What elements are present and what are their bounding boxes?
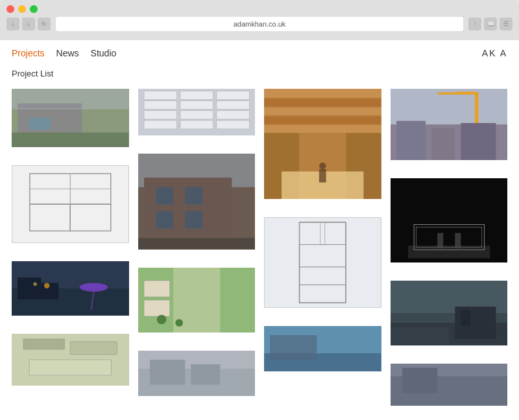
project-item[interactable] [138, 351, 256, 396]
page-header: Project List [0, 66, 519, 89]
svg-rect-40 [156, 187, 173, 205]
svg-rect-26 [180, 91, 213, 100]
svg-rect-65 [319, 169, 326, 182]
site-nav: Projects News Studio AK A [0, 40, 519, 66]
house-image-svg [12, 89, 129, 147]
streetscape-svg [138, 351, 256, 396]
svg-rect-31 [144, 111, 177, 119]
project-item[interactable] [391, 281, 508, 345]
nav-buttons: ‹ › ↻ [6, 18, 51, 30]
aerial-svg [12, 334, 129, 386]
floorplan2-svg [265, 218, 381, 307]
project-item[interactable] [264, 89, 381, 199]
svg-rect-47 [144, 281, 170, 297]
address-bar[interactable]: adamkhan.co.uk [56, 17, 463, 31]
close-button[interactable] [6, 5, 14, 13]
svg-rect-84 [461, 123, 496, 160]
construction-svg [391, 89, 508, 160]
svg-rect-22 [70, 342, 117, 355]
bookmarks-button[interactable]: 📖 [484, 18, 497, 30]
project-image [391, 178, 508, 262]
project-image [12, 89, 129, 147]
project-image [138, 268, 256, 332]
svg-rect-5 [12, 133, 129, 148]
project-image [391, 281, 508, 345]
svg-rect-27 [216, 91, 249, 100]
project-image [12, 334, 129, 386]
svg-rect-97 [391, 327, 449, 345]
svg-rect-59 [264, 117, 381, 124]
svg-rect-60 [264, 125, 381, 133]
sidebar-button[interactable]: ☰ [500, 18, 513, 30]
page-content: Projects News Studio AK A Project List [0, 40, 519, 420]
back-button[interactable]: ‹ [6, 18, 19, 30]
svg-rect-75 [270, 335, 317, 360]
svg-rect-23 [29, 360, 111, 375]
minimize-button[interactable] [18, 5, 26, 13]
svg-rect-21 [23, 339, 64, 349]
project-item[interactable] [12, 334, 129, 386]
forward-button[interactable]: › [22, 18, 35, 30]
project-image [391, 89, 508, 160]
project-item[interactable] [138, 89, 256, 135]
svg-rect-91 [408, 246, 490, 259]
browser-toolbar: ‹ › ↻ adamkhan.co.uk ↑ 📖 ☰ [6, 17, 513, 31]
svg-rect-82 [396, 121, 426, 161]
projects-grid [0, 89, 519, 420]
svg-rect-32 [180, 111, 213, 119]
svg-point-18 [44, 283, 49, 288]
svg-point-19 [33, 282, 37, 286]
project-item[interactable] [391, 364, 508, 406]
project-image [264, 326, 381, 371]
svg-rect-54 [191, 364, 220, 385]
svg-rect-41 [185, 187, 202, 205]
site-plan-svg [138, 268, 256, 332]
project-image [391, 364, 508, 406]
breadcrumb: Project List [12, 69, 53, 78]
project-item[interactable] [138, 154, 256, 250]
project-item[interactable] [138, 268, 256, 332]
svg-rect-53 [150, 360, 185, 385]
svg-rect-30 [216, 101, 249, 110]
dark-interior-svg [391, 178, 508, 262]
svg-rect-15 [41, 283, 58, 299]
nav-projects[interactable]: Projects [12, 48, 45, 58]
fullscreen-button[interactable] [30, 5, 38, 13]
project-item[interactable] [264, 326, 381, 371]
project-image [12, 165, 129, 243]
project-image [138, 154, 256, 250]
svg-rect-58 [264, 108, 381, 115]
share-button[interactable]: ↑ [468, 18, 481, 30]
svg-point-50 [175, 319, 183, 327]
traffic-lights [6, 5, 513, 13]
project-item[interactable] [391, 178, 508, 262]
project-image [138, 351, 256, 396]
nav-studio[interactable]: Studio [91, 48, 117, 58]
project-image [12, 261, 129, 316]
svg-rect-42 [156, 211, 173, 229]
reload-button[interactable]: ↻ [38, 18, 51, 30]
building-grid-svg [138, 89, 256, 135]
brick-building-svg [138, 154, 256, 250]
grid-column-1 [12, 89, 129, 395]
project-item[interactable] [391, 89, 508, 160]
url-text: adamkhan.co.uk [234, 20, 286, 28]
svg-rect-28 [144, 101, 177, 110]
project-item[interactable] [12, 89, 129, 147]
partial-svg [391, 364, 508, 406]
nav-news[interactable]: News [56, 48, 79, 58]
project-image [138, 89, 256, 135]
svg-rect-35 [180, 121, 213, 129]
svg-rect-14 [18, 277, 41, 299]
svg-rect-83 [431, 128, 455, 161]
project-item[interactable] [12, 165, 129, 243]
grid-column-2 [138, 89, 256, 405]
wood-interior-svg [264, 89, 381, 199]
dark-landscape-svg [391, 281, 508, 345]
project-item[interactable] [264, 217, 381, 308]
grid-column-4 [391, 89, 508, 415]
project-item[interactable] [12, 261, 129, 316]
svg-point-16 [80, 283, 108, 292]
toolbar-actions: ↑ 📖 ☰ [468, 18, 513, 30]
project-image [264, 89, 381, 199]
